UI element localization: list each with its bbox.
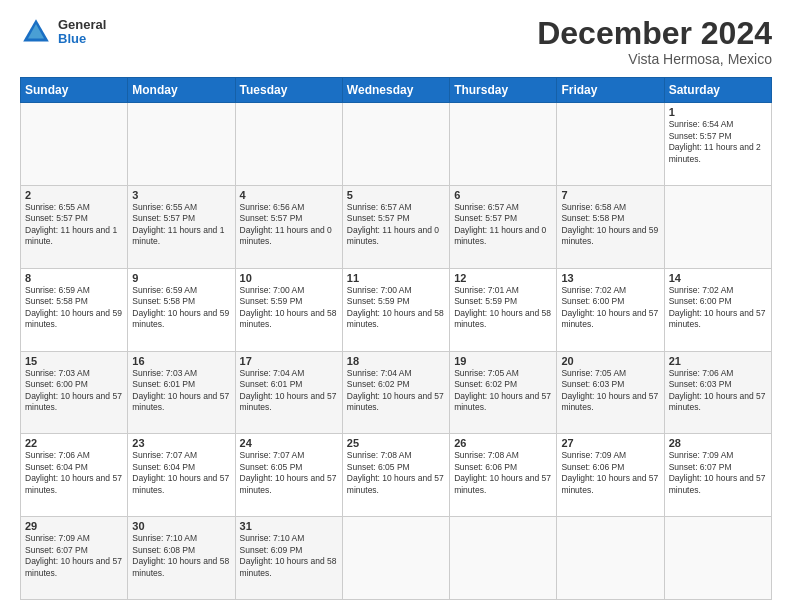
day-cell-14: 14Sunrise: 7:02 AMSunset: 6:00 PMDayligh… bbox=[664, 268, 771, 351]
day-cell-26: 26Sunrise: 7:08 AMSunset: 6:06 PMDayligh… bbox=[450, 434, 557, 517]
day-number: 5 bbox=[347, 189, 445, 201]
day-info: Sunrise: 7:02 AMSunset: 6:00 PMDaylight:… bbox=[669, 285, 767, 331]
day-info: Sunrise: 7:03 AMSunset: 6:01 PMDaylight:… bbox=[132, 368, 230, 414]
day-cell-18: 18Sunrise: 7:04 AMSunset: 6:02 PMDayligh… bbox=[342, 351, 449, 434]
logo-icon bbox=[20, 16, 52, 48]
day-number: 10 bbox=[240, 272, 338, 284]
day-cell-28: 28Sunrise: 7:09 AMSunset: 6:07 PMDayligh… bbox=[664, 434, 771, 517]
day-number: 16 bbox=[132, 355, 230, 367]
day-info: Sunrise: 6:59 AMSunset: 5:58 PMDaylight:… bbox=[132, 285, 230, 331]
day-number: 20 bbox=[561, 355, 659, 367]
empty-cell bbox=[664, 517, 771, 600]
day-number: 9 bbox=[132, 272, 230, 284]
day-cell-17: 17Sunrise: 7:04 AMSunset: 6:01 PMDayligh… bbox=[235, 351, 342, 434]
day-number: 18 bbox=[347, 355, 445, 367]
calendar-body: 1Sunrise: 6:54 AMSunset: 5:57 PMDaylight… bbox=[21, 103, 772, 600]
day-number: 30 bbox=[132, 520, 230, 532]
logo-general: General bbox=[58, 18, 106, 32]
empty-cell bbox=[342, 103, 449, 186]
day-cell-12: 12Sunrise: 7:01 AMSunset: 5:59 PMDayligh… bbox=[450, 268, 557, 351]
day-info: Sunrise: 7:01 AMSunset: 5:59 PMDaylight:… bbox=[454, 285, 552, 331]
day-number: 24 bbox=[240, 437, 338, 449]
day-info: Sunrise: 7:04 AMSunset: 6:01 PMDaylight:… bbox=[240, 368, 338, 414]
day-number: 25 bbox=[347, 437, 445, 449]
column-header-tuesday: Tuesday bbox=[235, 78, 342, 103]
empty-cell bbox=[450, 517, 557, 600]
day-number: 2 bbox=[25, 189, 123, 201]
day-number: 27 bbox=[561, 437, 659, 449]
calendar-week-4: 15Sunrise: 7:03 AMSunset: 6:00 PMDayligh… bbox=[21, 351, 772, 434]
day-number: 6 bbox=[454, 189, 552, 201]
day-number: 7 bbox=[561, 189, 659, 201]
main-title: December 2024 bbox=[537, 16, 772, 51]
day-cell-5: 5Sunrise: 6:57 AMSunset: 5:57 PMDaylight… bbox=[342, 185, 449, 268]
day-number: 23 bbox=[132, 437, 230, 449]
day-info: Sunrise: 7:10 AMSunset: 6:08 PMDaylight:… bbox=[132, 533, 230, 579]
header: General Blue December 2024 Vista Hermosa… bbox=[20, 16, 772, 67]
header-row: SundayMondayTuesdayWednesdayThursdayFrid… bbox=[21, 78, 772, 103]
calendar-week-3: 8Sunrise: 6:59 AMSunset: 5:58 PMDaylight… bbox=[21, 268, 772, 351]
day-number: 8 bbox=[25, 272, 123, 284]
day-number: 3 bbox=[132, 189, 230, 201]
day-info: Sunrise: 7:02 AMSunset: 6:00 PMDaylight:… bbox=[561, 285, 659, 331]
day-number: 13 bbox=[561, 272, 659, 284]
day-number: 11 bbox=[347, 272, 445, 284]
column-header-friday: Friday bbox=[557, 78, 664, 103]
day-cell-29: 29Sunrise: 7:09 AMSunset: 6:07 PMDayligh… bbox=[21, 517, 128, 600]
day-info: Sunrise: 7:04 AMSunset: 6:02 PMDaylight:… bbox=[347, 368, 445, 414]
subtitle: Vista Hermosa, Mexico bbox=[537, 51, 772, 67]
day-info: Sunrise: 7:05 AMSunset: 6:02 PMDaylight:… bbox=[454, 368, 552, 414]
empty-cell bbox=[450, 103, 557, 186]
day-cell-4: 4Sunrise: 6:56 AMSunset: 5:57 PMDaylight… bbox=[235, 185, 342, 268]
day-cell-16: 16Sunrise: 7:03 AMSunset: 6:01 PMDayligh… bbox=[128, 351, 235, 434]
day-cell-9: 9Sunrise: 6:59 AMSunset: 5:58 PMDaylight… bbox=[128, 268, 235, 351]
column-header-thursday: Thursday bbox=[450, 78, 557, 103]
empty-cell bbox=[557, 103, 664, 186]
day-cell-27: 27Sunrise: 7:09 AMSunset: 6:06 PMDayligh… bbox=[557, 434, 664, 517]
day-number: 4 bbox=[240, 189, 338, 201]
day-number: 15 bbox=[25, 355, 123, 367]
empty-cell bbox=[235, 103, 342, 186]
day-info: Sunrise: 7:00 AMSunset: 5:59 PMDaylight:… bbox=[240, 285, 338, 331]
day-cell-19: 19Sunrise: 7:05 AMSunset: 6:02 PMDayligh… bbox=[450, 351, 557, 434]
day-cell-1: 1Sunrise: 6:54 AMSunset: 5:57 PMDaylight… bbox=[664, 103, 771, 186]
day-cell-11: 11Sunrise: 7:00 AMSunset: 5:59 PMDayligh… bbox=[342, 268, 449, 351]
column-header-monday: Monday bbox=[128, 78, 235, 103]
day-number: 19 bbox=[454, 355, 552, 367]
day-number: 29 bbox=[25, 520, 123, 532]
day-cell-10: 10Sunrise: 7:00 AMSunset: 5:59 PMDayligh… bbox=[235, 268, 342, 351]
day-cell-21: 21Sunrise: 7:06 AMSunset: 6:03 PMDayligh… bbox=[664, 351, 771, 434]
day-info: Sunrise: 6:54 AMSunset: 5:57 PMDaylight:… bbox=[669, 119, 767, 165]
day-info: Sunrise: 7:07 AMSunset: 6:05 PMDaylight:… bbox=[240, 450, 338, 496]
day-info: Sunrise: 7:06 AMSunset: 6:03 PMDaylight:… bbox=[669, 368, 767, 414]
column-header-wednesday: Wednesday bbox=[342, 78, 449, 103]
day-cell-6: 6Sunrise: 6:57 AMSunset: 5:57 PMDaylight… bbox=[450, 185, 557, 268]
empty-cell bbox=[557, 517, 664, 600]
empty-cell bbox=[342, 517, 449, 600]
title-block: December 2024 Vista Hermosa, Mexico bbox=[537, 16, 772, 67]
day-info: Sunrise: 7:00 AMSunset: 5:59 PMDaylight:… bbox=[347, 285, 445, 331]
day-cell-25: 25Sunrise: 7:08 AMSunset: 6:05 PMDayligh… bbox=[342, 434, 449, 517]
day-number: 21 bbox=[669, 355, 767, 367]
day-info: Sunrise: 7:05 AMSunset: 6:03 PMDaylight:… bbox=[561, 368, 659, 414]
calendar-week-2: 2Sunrise: 6:55 AMSunset: 5:57 PMDaylight… bbox=[21, 185, 772, 268]
day-number: 31 bbox=[240, 520, 338, 532]
calendar-table: SundayMondayTuesdayWednesdayThursdayFrid… bbox=[20, 77, 772, 600]
day-cell-15: 15Sunrise: 7:03 AMSunset: 6:00 PMDayligh… bbox=[21, 351, 128, 434]
calendar-header: SundayMondayTuesdayWednesdayThursdayFrid… bbox=[21, 78, 772, 103]
day-info: Sunrise: 6:57 AMSunset: 5:57 PMDaylight:… bbox=[454, 202, 552, 248]
day-cell-31: 31Sunrise: 7:10 AMSunset: 6:09 PMDayligh… bbox=[235, 517, 342, 600]
day-info: Sunrise: 7:08 AMSunset: 6:05 PMDaylight:… bbox=[347, 450, 445, 496]
day-info: Sunrise: 7:03 AMSunset: 6:00 PMDaylight:… bbox=[25, 368, 123, 414]
calendar-week-6: 29Sunrise: 7:09 AMSunset: 6:07 PMDayligh… bbox=[21, 517, 772, 600]
day-info: Sunrise: 6:57 AMSunset: 5:57 PMDaylight:… bbox=[347, 202, 445, 248]
day-cell-3: 3Sunrise: 6:55 AMSunset: 5:57 PMDaylight… bbox=[128, 185, 235, 268]
day-number: 12 bbox=[454, 272, 552, 284]
logo-text: General Blue bbox=[58, 18, 106, 47]
day-info: Sunrise: 7:06 AMSunset: 6:04 PMDaylight:… bbox=[25, 450, 123, 496]
day-info: Sunrise: 7:10 AMSunset: 6:09 PMDaylight:… bbox=[240, 533, 338, 579]
empty-cell bbox=[21, 103, 128, 186]
day-info: Sunrise: 7:09 AMSunset: 6:07 PMDaylight:… bbox=[25, 533, 123, 579]
day-cell-13: 13Sunrise: 7:02 AMSunset: 6:00 PMDayligh… bbox=[557, 268, 664, 351]
day-info: Sunrise: 6:59 AMSunset: 5:58 PMDaylight:… bbox=[25, 285, 123, 331]
